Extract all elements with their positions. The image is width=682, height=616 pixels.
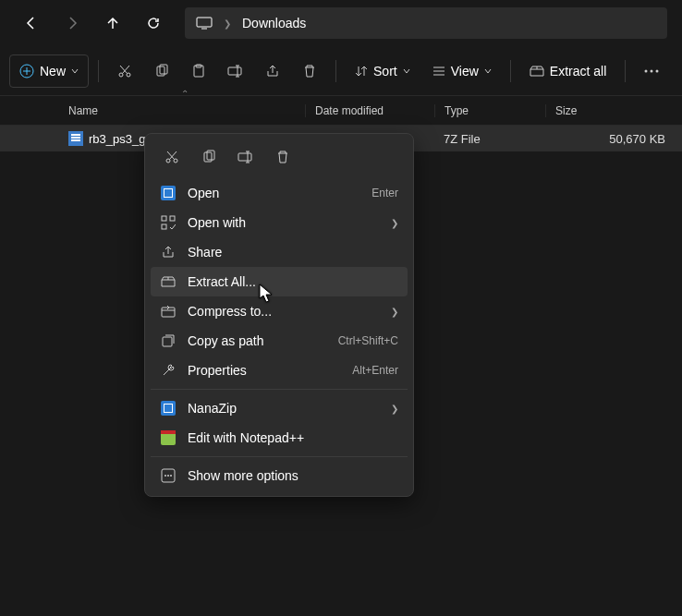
titlebar: ❯ Downloads: [0, 0, 682, 46]
trash-icon: [302, 64, 317, 79]
forward-button[interactable]: [55, 6, 89, 40]
collapse-arrow-icon[interactable]: ⌃: [55, 89, 314, 99]
refresh-button[interactable]: [137, 6, 170, 40]
new-label: New: [40, 64, 66, 79]
extract-icon: [530, 65, 544, 78]
svg-point-25: [170, 475, 172, 477]
ctx-copy-path[interactable]: Copy as path Ctrl+Shift+C: [151, 326, 408, 356]
ctx-nanazip-label: NanaZip: [188, 401, 380, 416]
column-date[interactable]: Date modified: [305, 104, 434, 117]
chevron-down-icon: [403, 67, 410, 75]
sort-label: Sort: [373, 64, 397, 79]
ctx-open-with[interactable]: Open with ❯: [151, 208, 408, 237]
cut-button[interactable]: [108, 54, 141, 88]
svg-point-23: [164, 475, 166, 477]
ctx-delete-button[interactable]: [267, 143, 298, 171]
column-name[interactable]: Name: [68, 104, 305, 117]
rename-button[interactable]: [219, 54, 252, 88]
share-toolbar-button[interactable]: [256, 54, 289, 88]
chevron-right-icon: ❯: [391, 307, 398, 317]
extract-label: Extract all: [550, 64, 606, 79]
separator: [151, 389, 408, 390]
ctx-share[interactable]: Share: [151, 237, 408, 267]
file-type: 7Z File: [434, 132, 545, 146]
ctx-cut-button[interactable]: [156, 143, 188, 171]
ctx-copy-button[interactable]: [193, 143, 225, 171]
svg-rect-18: [170, 216, 175, 221]
open-with-icon: [160, 215, 177, 230]
ctx-open[interactable]: Open Enter: [151, 178, 408, 208]
share-icon: [160, 245, 177, 260]
up-button[interactable]: [96, 6, 129, 40]
ctx-show-more[interactable]: Show more options: [151, 461, 408, 490]
ctx-nanazip[interactable]: NanaZip ❯: [151, 393, 408, 423]
file-size: 50,670 KB: [545, 132, 682, 146]
svg-rect-0: [197, 18, 212, 27]
chevron-right-icon: ❯: [224, 18, 231, 29]
back-button[interactable]: [15, 6, 48, 40]
ctx-notepad[interactable]: Edit with Notepad++: [151, 423, 408, 453]
extract-all-toolbar-button[interactable]: Extract all: [520, 54, 615, 88]
separator: [510, 60, 511, 82]
svg-point-12: [166, 159, 170, 163]
archive-icon: [160, 186, 177, 200]
copy-icon: [201, 150, 216, 164]
ctx-share-label: Share: [188, 245, 398, 260]
more-button[interactable]: [635, 54, 668, 88]
copy-icon: [154, 64, 169, 79]
ctx-compress-label: Compress to...: [188, 304, 380, 319]
ctx-properties[interactable]: Properties Alt+Enter: [151, 356, 408, 385]
chevron-down-icon: [71, 67, 79, 75]
sort-button[interactable]: Sort: [346, 54, 420, 88]
ctx-rename-button[interactable]: [230, 143, 262, 171]
rename-icon: [237, 150, 254, 164]
clipboard-icon: [191, 64, 206, 79]
ctx-properties-shortcut: Alt+Enter: [352, 364, 398, 377]
new-button[interactable]: New: [9, 54, 89, 88]
rename-icon: [227, 64, 244, 79]
svg-rect-17: [162, 216, 166, 221]
scissors-icon: [117, 64, 132, 79]
view-icon: [432, 65, 445, 78]
separator: [151, 456, 408, 457]
breadcrumb[interactable]: ❯ Downloads: [185, 7, 667, 39]
view-button[interactable]: View: [423, 54, 501, 88]
context-quick-actions: [151, 139, 408, 178]
column-type[interactable]: Type: [434, 104, 545, 117]
ctx-open-shortcut: Enter: [371, 187, 398, 199]
svg-rect-21: [163, 337, 172, 346]
svg-point-3: [127, 73, 130, 77]
archive-file-icon: [68, 131, 83, 146]
separator: [625, 60, 626, 82]
separator: [98, 60, 99, 82]
monitor-icon: [196, 17, 213, 30]
ctx-open-with-label: Open with: [188, 215, 380, 230]
notepad-icon: [160, 430, 177, 445]
scissors-icon: [164, 150, 179, 164]
copy-path-icon: [160, 333, 177, 348]
svg-point-10: [651, 69, 653, 72]
svg-point-9: [645, 69, 648, 72]
sort-icon: [355, 65, 368, 78]
share-icon: [265, 64, 280, 79]
breadcrumb-location[interactable]: Downloads: [242, 16, 306, 30]
column-headers: ⌃ Name Date modified Type Size: [0, 96, 682, 126]
ctx-notepad-label: Edit with Notepad++: [188, 430, 398, 445]
ctx-extract-all[interactable]: Extract All...: [151, 267, 408, 296]
svg-point-13: [174, 159, 177, 163]
ctx-open-label: Open: [188, 186, 360, 200]
svg-point-24: [167, 475, 169, 477]
column-size[interactable]: Size: [545, 104, 682, 117]
ctx-copy-path-label: Copy as path: [188, 333, 327, 348]
paste-button[interactable]: [182, 54, 215, 88]
copy-button[interactable]: [145, 54, 178, 88]
delete-button[interactable]: [293, 54, 326, 88]
chevron-down-icon: [484, 67, 492, 75]
plus-circle-icon: [19, 64, 34, 79]
ctx-copy-path-shortcut: Ctrl+Shift+C: [338, 334, 398, 347]
trash-icon: [275, 150, 290, 164]
svg-rect-16: [238, 153, 251, 161]
ctx-compress[interactable]: Compress to... ❯: [151, 296, 408, 326]
ctx-show-more-label: Show more options: [188, 468, 398, 483]
chevron-right-icon: ❯: [391, 218, 398, 228]
